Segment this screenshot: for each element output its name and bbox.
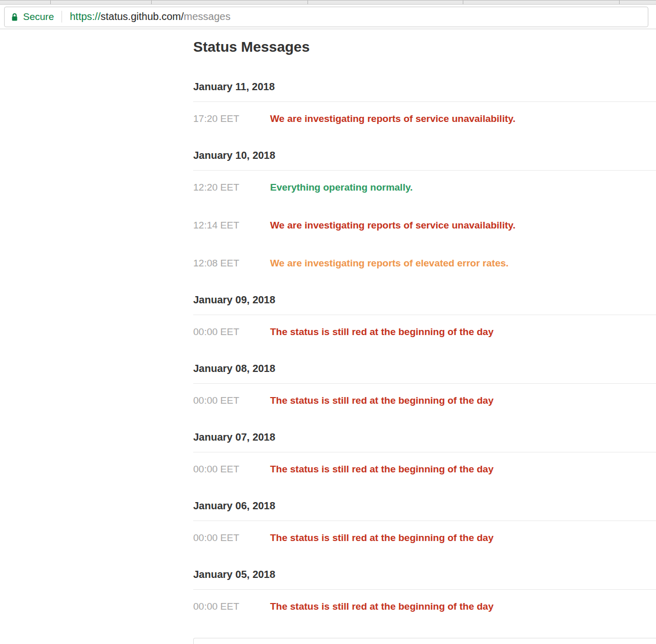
entry-time: 00:00 EET [193, 326, 270, 338]
page-content: Status Messages January 11, 2018 17:20 E… [193, 38, 656, 644]
tab-divider [463, 1, 463, 4]
entries-list: 00:00 EETThe status is still red at the … [193, 589, 656, 628]
tab-divider [151, 1, 152, 4]
entries-list: 12:20 EETEverything operating normally. … [193, 170, 656, 284]
date-heading: January 07, 2018 [193, 431, 656, 443]
entry-time: 12:08 EET [193, 257, 270, 269]
entry-message: The status is still red at the beginning… [270, 395, 494, 406]
day-section: January 09, 2018 00:00 EETThe status is … [193, 294, 656, 353]
entry-time: 12:14 EET [193, 219, 270, 232]
entries-list: 00:00 EETThe status is still red at the … [193, 383, 656, 422]
status-entry: 00:00 EETThe status is still red at the … [193, 452, 656, 490]
status-entry: 00:00 EETThe status is still red at the … [193, 384, 656, 422]
date-heading: January 06, 2018 [193, 500, 656, 512]
security-label: Secure [23, 11, 54, 23]
entry-time: 00:00 EET [193, 394, 270, 407]
entry-time: 12:20 EET [193, 181, 270, 194]
day-section: January 10, 2018 12:20 EETEverything ope… [193, 149, 656, 284]
security-chip[interactable]: Secure [11, 11, 54, 23]
date-heading: January 08, 2018 [193, 362, 656, 375]
entries-list: 00:00 EETThe status is still red at the … [193, 521, 656, 559]
entries-list: 00:00 EETThe status is still red at the … [193, 315, 656, 353]
tab-divider [619, 1, 620, 4]
entry-message: The status is still red at the beginning… [270, 326, 494, 337]
entry-time: 00:00 EET [193, 532, 270, 544]
url-domain: status.github.com/ [100, 11, 183, 22]
entry-time: 00:00 EET [193, 600, 270, 613]
day-section: January 06, 2018 00:00 EETThe status is … [193, 500, 656, 559]
status-entry: 00:00 EETThe status is still red at the … [193, 521, 656, 559]
browser-toolbar: Secure https://status.github.com/message… [0, 5, 656, 29]
address-bar-divider [61, 11, 62, 23]
entry-time: 00:00 EET [193, 463, 270, 475]
day-section: January 05, 2018 00:00 EETThe status is … [193, 568, 656, 628]
address-bar[interactable]: Secure https://status.github.com/message… [4, 7, 648, 27]
page-title: Status Messages [193, 38, 656, 56]
tab-divider [308, 1, 308, 4]
date-heading: January 05, 2018 [193, 568, 656, 580]
entries-list: 17:20 EETWe are investigating reports of… [193, 101, 656, 140]
status-entry: 12:14 EETWe are investigating reports of… [193, 209, 656, 246]
lock-icon [11, 12, 18, 22]
url-text[interactable]: https://status.github.com/messages [70, 11, 231, 23]
entry-message: We are investigating reports of service … [270, 220, 516, 231]
status-entry: 17:20 EETWe are investigating reports of… [193, 102, 656, 140]
entry-message: Everything operating normally. [270, 182, 413, 193]
browser-tab-strip [0, 0, 656, 5]
status-entry: 00:00 EETThe status is still red at the … [193, 315, 656, 353]
status-entry: 00:00 EETThe status is still red at the … [193, 590, 656, 628]
date-heading: January 10, 2018 [193, 149, 656, 161]
entries-list: 00:00 EETThe status is still red at the … [193, 452, 656, 490]
url-path: messages [184, 11, 231, 22]
entry-message: The status is still red at the beginning… [270, 601, 494, 612]
entry-message: We are investigating reports of elevated… [270, 258, 508, 268]
day-section: January 08, 2018 00:00 EETThe status is … [193, 362, 656, 422]
status-entry: 12:20 EETEverything operating normally. [193, 171, 656, 209]
status-days-list: January 11, 2018 17:20 EETWe are investi… [193, 80, 656, 628]
footer-box [193, 638, 656, 644]
entry-time: 17:20 EET [193, 113, 270, 125]
entry-message: The status is still red at the beginning… [270, 532, 494, 543]
entry-message: The status is still red at the beginning… [270, 464, 494, 474]
date-heading: January 09, 2018 [193, 294, 656, 306]
url-scheme: https:// [70, 11, 100, 22]
day-section: January 11, 2018 17:20 EETWe are investi… [193, 80, 656, 140]
date-heading: January 11, 2018 [193, 80, 656, 93]
tab-divider [50, 1, 51, 4]
day-section: January 07, 2018 00:00 EETThe status is … [193, 431, 656, 490]
entry-message: We are investigating reports of service … [270, 113, 516, 124]
status-entry: 12:08 EETWe are investigating reports of… [193, 246, 656, 284]
